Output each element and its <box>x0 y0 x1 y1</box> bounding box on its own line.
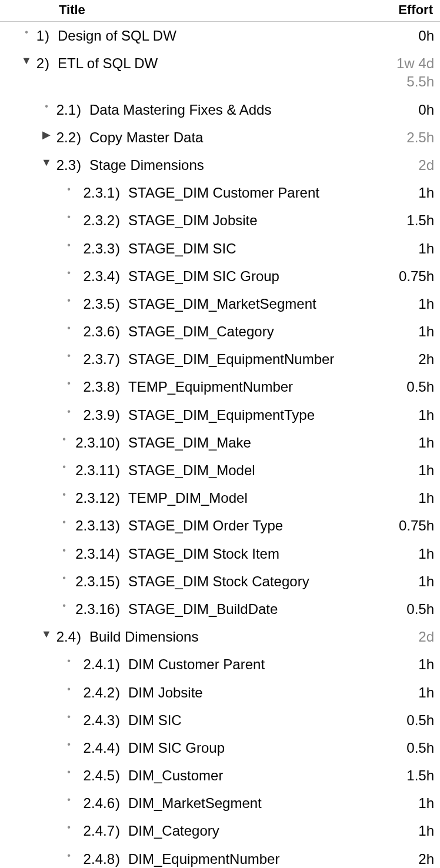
row-effort[interactable]: 1w 4d 5.5h <box>369 54 434 91</box>
row-effort[interactable]: 2h <box>369 350 434 368</box>
row-title[interactable]: STAGE_DIM SIC <box>122 239 369 258</box>
outline-row[interactable]: •2.3.15)STAGE_DIM Stock Category1h <box>0 567 440 595</box>
disclosure-triangle-icon[interactable]: ▼ <box>40 627 53 641</box>
outline-row[interactable]: •1)Design of SQL DW0h <box>0 22 440 49</box>
row-effort[interactable]: 1h <box>369 572 434 590</box>
outline-row[interactable]: •2.4.2)DIM Jobsite1h <box>0 679 440 706</box>
outline-row[interactable]: •2.3.5)STAGE_DIM_MarketSegment1h <box>0 290 440 318</box>
row-effort[interactable]: 1h <box>369 545 434 563</box>
outline-row[interactable]: ▼2)ETL of SQL DW1w 4d 5.5h <box>0 49 440 95</box>
outline-row[interactable]: ▼2.4)Build Dimensions2d <box>0 623 440 650</box>
outline-row[interactable]: •2.3.16)STAGE_DIM_BuildDate0.5h <box>0 595 440 623</box>
row-title[interactable]: STAGE_DIM Jobsite <box>122 211 369 229</box>
row-effort[interactable]: 1h <box>369 433 434 452</box>
outline-row[interactable]: •2.3.13)STAGE_DIM Order Type0.75h <box>0 512 440 539</box>
outline-row[interactable]: •2.3.2)STAGE_DIM Jobsite1.5h <box>0 206 440 234</box>
row-effort[interactable]: 1.5h <box>369 211 434 229</box>
outline-row[interactable]: •2.3.9)STAGE_DIM_EquipmentType1h <box>0 401 440 429</box>
row-title[interactable]: DIM Jobsite <box>122 683 369 702</box>
row-title[interactable]: DIM Customer Parent <box>122 655 369 673</box>
row-title[interactable]: Build Dimensions <box>84 627 369 646</box>
row-number: 2.4.8) <box>75 850 122 868</box>
row-title[interactable]: STAGE_DIM Stock Item <box>122 545 369 563</box>
row-title[interactable]: STAGE_DIM Order Type <box>122 516 369 535</box>
row-title[interactable]: STAGE_DIM_BuildDate <box>122 600 369 618</box>
row-gutter: • <box>0 600 71 612</box>
row-effort[interactable]: 0h <box>369 26 434 45</box>
row-title[interactable]: STAGE_DIM_MarketSegment <box>122 295 369 313</box>
row-effort[interactable]: 1h <box>369 683 434 702</box>
row-title[interactable]: DIM_Category <box>122 822 369 840</box>
row-title[interactable]: DIM_EquipmentNumber <box>122 850 369 868</box>
row-effort[interactable]: 2h <box>369 850 434 868</box>
outline-row[interactable]: •2.3.1)STAGE_DIM Customer Parent1h <box>0 179 440 206</box>
outline-row[interactable]: •2.3.7)STAGE_DIM_EquipmentNumber2h <box>0 345 440 373</box>
row-title[interactable]: TEMP_DIM_Model <box>122 489 369 507</box>
row-title[interactable]: DIM_Customer <box>122 766 369 784</box>
row-effort[interactable]: 1h <box>369 461 434 479</box>
column-header-effort[interactable]: Effort <box>369 2 434 18</box>
row-title[interactable]: STAGE_DIM Customer Parent <box>122 183 369 202</box>
outline-row[interactable]: •2.4.4)DIM SIC Group0.5h <box>0 734 440 762</box>
disclosure-triangle-icon[interactable]: ▼ <box>40 156 53 169</box>
disclosure-triangle-icon[interactable]: ▼ <box>20 54 33 68</box>
row-number: 1) <box>33 26 52 45</box>
outline-row[interactable]: •2.4.1)DIM Customer Parent1h <box>0 650 440 678</box>
outline-row[interactable]: •2.4.7)DIM_Category1h <box>0 817 440 844</box>
row-title[interactable]: DIM_MarketSegment <box>122 794 369 812</box>
row-effort[interactable]: 1h <box>369 295 434 313</box>
row-title[interactable]: Data Mastering Fixes & Adds <box>84 101 369 119</box>
row-effort[interactable]: 1h <box>369 406 434 424</box>
row-effort[interactable]: 1h <box>369 489 434 507</box>
row-effort[interactable]: 0.5h <box>369 600 434 618</box>
outline-row[interactable]: •2.3.14)STAGE_DIM Stock Item1h <box>0 540 440 567</box>
row-number: 2.3.13) <box>71 516 122 535</box>
row-title[interactable]: STAGE_DIM_Category <box>122 322 369 340</box>
row-effort[interactable]: 2d <box>369 156 434 174</box>
row-effort[interactable]: 1h <box>369 822 434 840</box>
outline-row[interactable]: •2.3.10)STAGE_DIM_Make1h <box>0 429 440 456</box>
row-effort[interactable]: 0h <box>369 101 434 119</box>
row-title[interactable]: STAGE_DIM Stock Category <box>122 572 369 590</box>
row-title[interactable]: Stage Dimensions <box>84 156 369 174</box>
row-title[interactable]: Copy Master Data <box>84 128 369 146</box>
row-title[interactable]: ETL of SQL DW <box>52 54 369 72</box>
outline-row[interactable]: •2.3.4)STAGE_DIM SIC Group0.75h <box>0 262 440 290</box>
row-effort[interactable]: 0.75h <box>369 516 434 535</box>
outline-row[interactable]: •2.1)Data Mastering Fixes & Adds0h <box>0 96 440 123</box>
row-effort[interactable]: 1h <box>369 239 434 258</box>
row-effort[interactable]: 0.5h <box>369 739 434 757</box>
row-title[interactable]: STAGE_DIM_EquipmentNumber <box>122 350 369 368</box>
row-title[interactable]: DIM SIC <box>122 711 369 729</box>
outline-row[interactable]: •2.4.3)DIM SIC0.5h <box>0 706 440 734</box>
column-header-title[interactable]: Title <box>6 2 369 18</box>
outline-row[interactable]: •2.4.5)DIM_Customer1.5h <box>0 762 440 789</box>
row-title[interactable]: Design of SQL DW <box>52 26 369 45</box>
outline-row[interactable]: •2.4.8)DIM_EquipmentNumber2h <box>0 845 440 868</box>
outline-row[interactable]: •2.3.12)TEMP_DIM_Model1h <box>0 484 440 512</box>
row-effort[interactable]: 1.5h <box>369 766 434 784</box>
outline-row[interactable]: •2.3.3)STAGE_DIM SIC1h <box>0 235 440 262</box>
outline-row[interactable]: •2.3.6)STAGE_DIM_Category1h <box>0 318 440 345</box>
outline-row[interactable]: •2.4.6)DIM_MarketSegment1h <box>0 789 440 817</box>
row-title[interactable]: STAGE_DIM_Model <box>122 461 369 479</box>
row-effort[interactable]: 0.5h <box>369 711 434 729</box>
row-title[interactable]: STAGE_DIM_Make <box>122 433 369 452</box>
disclosure-triangle-icon[interactable]: ▶ <box>40 128 53 142</box>
outline-row[interactable]: •2.3.8)TEMP_EquipmentNumber0.5h <box>0 373 440 400</box>
row-effort[interactable]: 0.5h <box>369 378 434 396</box>
row-title[interactable]: DIM SIC Group <box>122 739 369 757</box>
row-effort[interactable]: 2d <box>369 627 434 646</box>
row-title[interactable]: STAGE_DIM SIC Group <box>122 267 369 285</box>
outline-row[interactable]: ▶2.2)Copy Master Data2.5h <box>0 123 440 151</box>
outline-row[interactable]: ▼2.3)Stage Dimensions2d <box>0 151 440 179</box>
row-effort[interactable]: 1h <box>369 655 434 673</box>
row-effort[interactable]: 2.5h <box>369 128 434 146</box>
row-effort[interactable]: 1h <box>369 322 434 340</box>
outline-row[interactable]: •2.3.11)STAGE_DIM_Model1h <box>0 456 440 484</box>
row-effort[interactable]: 0.75h <box>369 267 434 285</box>
row-title[interactable]: STAGE_DIM_EquipmentType <box>122 406 369 424</box>
row-effort[interactable]: 1h <box>369 794 434 812</box>
row-title[interactable]: TEMP_EquipmentNumber <box>122 378 369 396</box>
row-effort[interactable]: 1h <box>369 183 434 202</box>
